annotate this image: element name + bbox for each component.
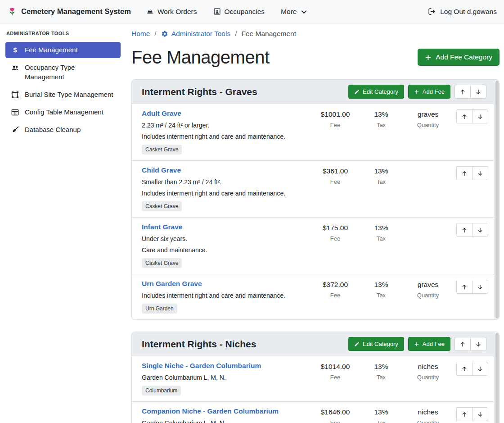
add-fee-button[interactable]: Add Fee — [408, 337, 450, 351]
fee-row: Urn Garden GraveIncludes interment right… — [132, 274, 499, 319]
move-fee-down-button[interactable] — [472, 109, 488, 123]
sidebar-item-label: Occupancy Type Management — [25, 63, 115, 82]
category-header: Interment Rights - GravesEdit CategoryAd… — [132, 80, 499, 104]
category-list: Interment Rights - GravesEdit CategoryAd… — [131, 79, 500, 423]
fee-name-link[interactable]: Infant Grave — [142, 223, 182, 231]
plus-icon — [414, 341, 419, 347]
logout-button[interactable]: Log Out d.gowans — [428, 7, 497, 16]
card-scrollbar[interactable] — [494, 332, 499, 423]
nav-occupancies[interactable]: Occupancies — [213, 8, 265, 16]
table-icon — [11, 108, 19, 117]
main-content: Home / Administrator Tools / Fee Managem… — [126, 23, 500, 423]
fee-quantity: nichesQuantity — [404, 362, 452, 381]
nav-more[interactable]: More — [281, 7, 308, 16]
sidebar-item-fee-management[interactable]: $Fee Management — [5, 42, 121, 58]
sidebar-item-database-cleanup[interactable]: Database Cleanup — [5, 122, 121, 138]
fee-amount: $361.00Fee — [312, 166, 359, 185]
breadcrumb-home-link[interactable]: Home — [131, 30, 150, 38]
move-category-up-button[interactable] — [454, 85, 471, 99]
fee-type-badge: Casket Grave — [142, 145, 182, 155]
arrow-up-icon — [461, 114, 468, 120]
fee-amount: $1646.00Fee — [312, 407, 359, 423]
svg-text:$: $ — [14, 46, 17, 54]
fee-description: Garden Columbarium L, M, N. — [142, 374, 312, 381]
arrow-down-icon — [477, 227, 483, 233]
edit-category-button[interactable]: Edit Category — [348, 85, 404, 99]
fee-description: Includes interment right and care and ma… — [142, 292, 312, 299]
breadcrumb-admin-tools-link[interactable]: Administrator Tools — [161, 30, 231, 38]
arrow-up-icon — [461, 284, 468, 290]
sidebar-item-label: Config Table Management — [25, 108, 104, 117]
move-fee-up-button[interactable] — [456, 280, 472, 294]
fee-description: Includes interment right and care and ma… — [142, 133, 312, 140]
logout-label: Log Out d.gowans — [440, 8, 497, 16]
sidebar-item-burial-site-type-management[interactable]: Burial Site Type Management — [5, 86, 121, 103]
fee-name-link[interactable]: Urn Garden Grave — [142, 280, 202, 287]
broom-icon — [11, 125, 19, 134]
move-category-up-button[interactable] — [454, 337, 471, 351]
fee-name-link[interactable]: Companion Niche - Garden Columbarium — [142, 407, 279, 415]
arrow-up-icon — [459, 89, 466, 95]
pencil-icon — [354, 89, 360, 95]
card-scrollbar[interactable] — [494, 80, 499, 319]
arrow-down-icon — [475, 341, 482, 347]
fee-description: Under six years. — [142, 235, 312, 242]
move-fee-down-button[interactable] — [472, 223, 488, 237]
move-fee-down-button[interactable] — [472, 362, 488, 376]
edit-category-button[interactable]: Edit Category — [348, 337, 404, 351]
fee-category-card: Interment Rights - NichesEdit CategoryAd… — [131, 332, 500, 423]
category-title: Interment Rights - Niches — [142, 339, 256, 350]
arrow-down-icon — [477, 284, 483, 290]
sidebar-item-occupancy-type-management[interactable]: Occupancy Type Management — [5, 59, 121, 85]
move-fee-up-button[interactable] — [456, 407, 472, 421]
fee-tax: 13%Tax — [359, 109, 404, 128]
vector-square-icon — [11, 90, 19, 99]
move-fee-down-button[interactable] — [472, 166, 488, 180]
sidebar: ADMINISTRATOR TOOLS $Fee ManagementOccup… — [0, 23, 126, 423]
move-fee-up-button[interactable] — [456, 109, 472, 123]
app-title: Cemetery Management System — [21, 7, 131, 16]
nav-work-orders[interactable]: Work Orders — [146, 8, 197, 16]
arrow-up-icon — [461, 411, 468, 418]
fee-quantity: nichesQuantity — [404, 407, 452, 423]
main-nav: Work Orders Occupancies More — [146, 7, 308, 16]
nav-occupancies-label: Occupancies — [225, 8, 265, 16]
scrollbar-thumb[interactable] — [495, 333, 499, 423]
move-fee-up-button[interactable] — [456, 362, 472, 376]
move-fee-up-button[interactable] — [456, 223, 472, 237]
fee-name-link[interactable]: Single Niche - Garden Columbarium — [142, 362, 261, 369]
fee-quantity — [404, 166, 452, 167]
sidebar-heading: ADMINISTRATOR TOOLS — [0, 27, 126, 41]
scrollbar-thumb[interactable] — [495, 81, 499, 318]
plus-icon — [414, 89, 419, 95]
fee-name-link[interactable]: Child Grave — [142, 166, 181, 174]
logout-icon — [428, 7, 436, 16]
fee-category-card: Interment Rights - GravesEdit CategoryAd… — [131, 79, 500, 320]
sidebar-item-label: Burial Site Type Management — [25, 90, 113, 99]
move-category-down-button[interactable] — [470, 337, 486, 351]
move-category-down-button[interactable] — [470, 85, 486, 99]
page-header: Fee Management Add Fee Category — [131, 47, 500, 68]
fee-tax: 13%Tax — [359, 362, 404, 381]
sidebar-item-config-table-management[interactable]: Config Table Management — [5, 104, 121, 120]
fee-name-link[interactable]: Adult Grave — [142, 109, 181, 117]
add-fee-category-button[interactable]: Add Fee Category — [418, 49, 500, 66]
fee-row: Infant GraveUnder six years.Care and mai… — [132, 218, 499, 274]
add-fee-category-label: Add Fee Category — [436, 53, 492, 61]
gear-icon — [161, 30, 168, 37]
arrow-down-icon — [477, 114, 483, 120]
fee-type-badge: Columbarium — [142, 386, 181, 396]
fee-row: Companion Niche - Garden ColumbariumGard… — [132, 402, 499, 423]
move-fee-down-button[interactable] — [472, 407, 488, 421]
app-brand[interactable]: Cemetery Management System — [7, 7, 131, 17]
move-fee-down-button[interactable] — [472, 280, 488, 294]
fee-description: Smaller than 2.23 m² / 24 ft². — [142, 178, 312, 186]
pencil-icon — [354, 341, 360, 347]
fee-description: 2.23 m² / 24 ft² or larger. — [142, 122, 312, 129]
fee-quantity: gravesQuantity — [404, 280, 452, 299]
fee-description: Care and maintenance. — [142, 246, 312, 254]
add-fee-button[interactable]: Add Fee — [408, 85, 450, 99]
hardhat-icon — [146, 8, 154, 15]
breadcrumb-separator: / — [154, 30, 156, 38]
move-fee-up-button[interactable] — [456, 166, 472, 180]
